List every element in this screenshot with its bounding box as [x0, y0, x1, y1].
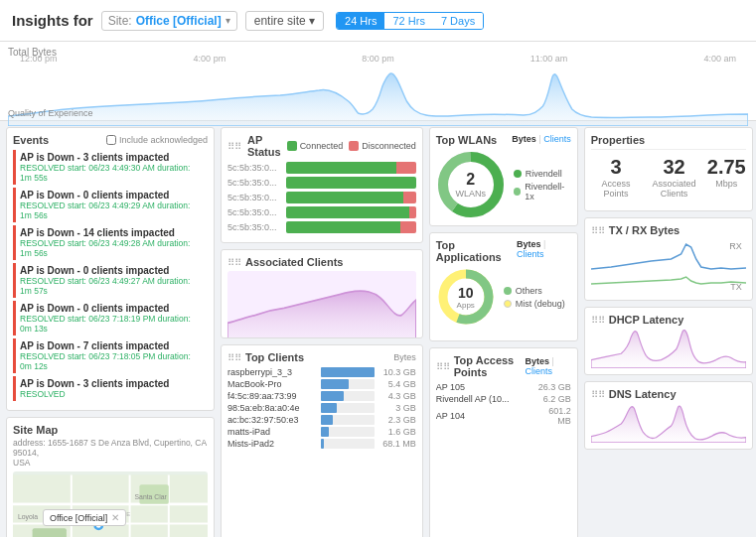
- entire-site-selector[interactable]: entire site ▾: [245, 11, 324, 31]
- ap-bar-label: 5c:5b:35:0...: [227, 207, 282, 217]
- top-ap-row: AP 104 601.2 MB: [436, 406, 571, 426]
- time-btn-7days[interactable]: 7 Days: [433, 13, 483, 29]
- insights-label: Insights for: [12, 12, 93, 29]
- top-client-row: raspberrypi_3_3 10.3 GB: [227, 367, 416, 377]
- client-value: 1.6 GB: [378, 427, 416, 437]
- ap-connected-bar: [286, 162, 396, 174]
- tooltip-close-icon[interactable]: ✕: [111, 512, 119, 523]
- top-client-row: ac:bc:32:97:50:e3 2.3 GB: [227, 415, 416, 425]
- client-bar-fill: [321, 439, 324, 449]
- event-item: AP is Down - 3 clients impactedRESOLVED …: [13, 150, 208, 185]
- rx-label: RX: [729, 241, 742, 251]
- client-value: 2.3 GB: [378, 415, 416, 425]
- top-aps-panel: ⠿⠿ Top Access Points Bytes | Clients AP …: [429, 347, 578, 537]
- ap-bar-row: 5c:5b:35:0...: [227, 162, 416, 174]
- time-btn-72hrs[interactable]: 72 Hrs: [384, 13, 432, 29]
- mid-column-1: ⠿⠿ AP Status Connected Disconnected 5c:5…: [221, 127, 423, 537]
- apps-bytes-link[interactable]: Bytes: [517, 239, 541, 249]
- events-header: Events Include acknowledged: [13, 134, 208, 146]
- app-legend-mist: Mist (debug): [504, 299, 565, 309]
- map-area[interactable]: Loyola Santa Clar Permanente Campbel Sar…: [13, 471, 208, 537]
- client-name: matts-iPad: [227, 427, 317, 437]
- main-content: Events Include acknowledged AP is Down -…: [0, 121, 756, 537]
- ap-bar-label: 5c:5b:35:0...: [227, 222, 282, 232]
- site-selector[interactable]: Site: Office [Official] ▾: [101, 11, 237, 31]
- apps-legend: Others Mist (debug): [504, 286, 565, 309]
- time-btn-24hrs[interactable]: 24 Hrs: [337, 13, 384, 29]
- ap-count-value: 3: [591, 156, 642, 179]
- event-main: AP is Down - 0 clients impacted: [20, 303, 204, 314]
- ap-bar-track: [286, 162, 416, 174]
- ap-bar-track: [286, 177, 416, 189]
- client-value: 5.4 GB: [378, 379, 416, 389]
- dhcp-icon: ⠿⠿: [591, 315, 605, 326]
- app-legend-others: Others: [504, 286, 565, 296]
- apps-clients-link[interactable]: Clients: [517, 249, 544, 259]
- ap-name: AP 104: [436, 411, 526, 421]
- svg-text:Santa Clar: Santa Clar: [135, 493, 168, 500]
- app-dot-mist: [504, 300, 512, 308]
- ap-status-title: AP Status: [247, 134, 281, 158]
- top-wlans-header: Top WLANs Bytes | Clients: [436, 134, 571, 146]
- ap-bars: 5c:5b:35:0... 5c:5b:35:0... 5c:5b:35:0..…: [227, 162, 416, 233]
- top-client-row: f4:5c:89:aa:73:99 4.3 GB: [227, 391, 416, 401]
- client-bar-fill: [321, 367, 375, 377]
- client-bar-fill: [321, 391, 344, 401]
- timeline-chart: [8, 71, 748, 126]
- clients-value: 32: [641, 156, 706, 179]
- aps-clients-link[interactable]: Clients: [525, 366, 552, 376]
- apps-sub: Apps: [457, 301, 475, 310]
- wlans-bytes-link[interactable]: Bytes: [512, 134, 536, 144]
- top-client-row: matts-iPad 1.6 GB: [227, 427, 416, 437]
- dhcp-panel: ⠿⠿ DHCP Latency: [584, 307, 753, 375]
- event-item: AP is Down - 3 clients impactedRESOLVED: [13, 376, 208, 401]
- sitemap-panel: Site Map address: 1655-1687 S De Anza Bl…: [6, 417, 215, 537]
- svg-text:Loyola: Loyola: [18, 513, 38, 521]
- time-button-group: 24 Hrs 72 Hrs 7 Days: [336, 12, 484, 30]
- ap-value: 6.2 GB: [533, 394, 571, 404]
- dhcp-chart: [591, 329, 746, 368]
- top-clients-panel: ⠿⠿ Top Clients Bytes raspberrypi_3_3 10.…: [221, 344, 423, 537]
- top-clients-title: Top Clients: [245, 351, 304, 363]
- include-ack-checkbox[interactable]: [106, 135, 116, 145]
- event-meta: RESOLVED start: 06/23 7:18:05 PM duratio…: [20, 351, 204, 371]
- event-meta: RESOLVED start: 06/23 4:49:30 AM duratio…: [20, 163, 204, 183]
- client-bar-track: [321, 415, 375, 425]
- event-item: AP is Down - 0 clients impactedRESOLVED …: [13, 188, 208, 222]
- client-bar-track: [321, 403, 375, 413]
- events-list: AP is Down - 3 clients impactedRESOLVED …: [13, 150, 208, 401]
- ap-connected-bar: [286, 221, 400, 233]
- ap-name: AP 105: [436, 382, 526, 392]
- client-value: 3 GB: [378, 403, 416, 413]
- time-5: 4:00 am: [703, 54, 736, 64]
- timeline-times: 12:00 pm 4:00 pm 8:00 pm 11:00 am 4:00 a…: [0, 54, 756, 64]
- tx-label: TX: [730, 282, 742, 292]
- aps-bytes-link[interactable]: Bytes: [525, 356, 549, 366]
- event-item: AP is Down - 7 clients impactedRESOLVED …: [13, 338, 208, 373]
- wlan-dot-2: [514, 188, 522, 196]
- top-wlans-panel: Top WLANs Bytes | Clients 2 WLA: [429, 127, 578, 226]
- client-name: raspberrypi_3_3: [227, 367, 317, 377]
- wlans-clients-link[interactable]: Clients: [543, 134, 571, 144]
- client-name: Mists-iPad2: [227, 439, 317, 449]
- top-client-row: Mists-iPad2 68.1 MB: [227, 439, 416, 449]
- top-apps-title: Top Applications: [436, 239, 517, 263]
- client-bar-fill: [321, 415, 333, 425]
- txrx-panel: ⠿⠿ TX / RX Bytes RX TX: [584, 217, 753, 301]
- app-dot-others: [504, 287, 512, 295]
- connected-dot: [287, 141, 297, 151]
- top-aps-list: AP 105 26.3 GB Rivendell AP (10... 6.2 G…: [436, 382, 571, 426]
- timeline-panel: Total Bytes 12:00 pm 4:00 pm 8:00 pm 11:…: [0, 42, 756, 121]
- top-wlans-links: Bytes | Clients: [512, 134, 570, 146]
- prop-access-points: 3 Access Points: [591, 156, 642, 199]
- assoc-clients-panel: ⠿⠿ Associated Clients: [221, 249, 423, 338]
- header: Insights for Site: Office [Official] ▾ e…: [0, 0, 756, 42]
- svg-rect-7: [33, 528, 67, 537]
- client-bar-track: [321, 391, 375, 401]
- dhcp-title: DHCP Latency: [609, 314, 684, 326]
- prop-clients: 32 Associated Clients: [641, 156, 706, 199]
- apps-donut: 10 Apps: [436, 267, 496, 327]
- ap-connected-bar: [286, 177, 416, 189]
- top-clients-list: raspberrypi_3_3 10.3 GB MacBook-Pro 5.4 …: [227, 367, 416, 449]
- ap-connected-legend: Connected: [287, 141, 344, 151]
